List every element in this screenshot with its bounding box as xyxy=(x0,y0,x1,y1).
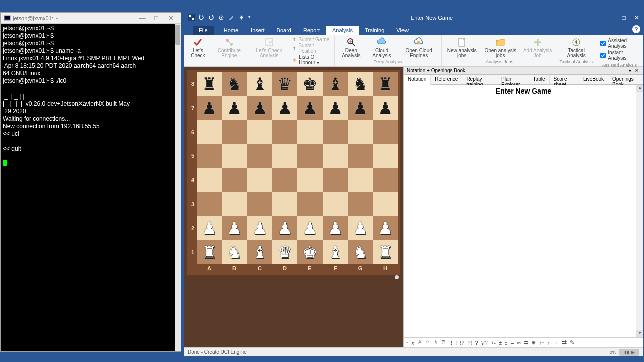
pane-tab-reference[interactable]: Reference xyxy=(431,75,462,84)
square[interactable]: ♟ xyxy=(222,216,247,240)
square[interactable] xyxy=(348,168,373,192)
pane-tab-plan-explorer[interactable]: Plan Explorer xyxy=(497,75,529,84)
square[interactable] xyxy=(247,120,272,144)
terminal-titlebar[interactable]: jetson@jxvnx01: ~ — □ ✕ xyxy=(1,13,181,24)
annotation-glyph[interactable]: +- xyxy=(491,340,496,346)
square[interactable]: ♞ xyxy=(348,240,373,264)
brush-icon[interactable] xyxy=(228,14,235,21)
annotation-glyph[interactable]: !! xyxy=(449,340,452,346)
submit-position-button[interactable]: ⬆Submit Position xyxy=(292,43,330,54)
annotation-glyph[interactable]: ?! xyxy=(467,340,472,346)
square[interactable]: ♟ xyxy=(197,96,222,120)
lists-of-honour-button[interactable]: ★Lists Of Honour ▾ xyxy=(292,54,330,65)
square[interactable] xyxy=(348,144,373,168)
tab-analysis[interactable]: Analysis xyxy=(326,26,359,35)
close-button[interactable]: ✕ xyxy=(630,12,643,24)
annotation-glyph[interactable]: x xyxy=(412,340,415,346)
square[interactable] xyxy=(297,120,323,144)
assisted-analysis-checkbox[interactable]: Assisted Analysis xyxy=(600,38,638,49)
maximize-button[interactable]: □ xyxy=(617,12,630,24)
annotation-glyph[interactable]: ✎ xyxy=(570,339,574,346)
square[interactable]: ♝ xyxy=(247,240,272,264)
pane-tab-livebook[interactable]: LiveBook xyxy=(579,75,608,84)
annotation-glyph[interactable]: ± xyxy=(499,340,502,346)
notation-scrollbar[interactable]: ▴ ▾ xyxy=(636,85,643,337)
undo-icon[interactable] xyxy=(198,14,205,21)
tab-insert[interactable]: Insert xyxy=(245,26,271,35)
engine-icon[interactable] xyxy=(218,14,225,21)
lets-check-analysis-button[interactable]: Let's Check Analysis xyxy=(249,36,289,59)
terminal-scrollbar[interactable] xyxy=(175,24,181,351)
cloud-analysis-button[interactable]: Cloud Analysis xyxy=(367,36,397,59)
square[interactable]: ♜ xyxy=(197,72,222,96)
square[interactable]: ♟ xyxy=(272,96,297,120)
qat-dropdown-icon[interactable]: ▾ xyxy=(248,14,255,21)
square[interactable] xyxy=(373,168,398,192)
lets-check-button[interactable]: Let's Check xyxy=(186,36,210,59)
square[interactable]: ♟ xyxy=(373,216,398,240)
open-analysis-jobs-button[interactable]: Open analysis jobs xyxy=(481,36,519,59)
annotation-glyph[interactable]: ? xyxy=(475,340,478,346)
square[interactable] xyxy=(373,144,398,168)
close-button[interactable]: ✕ xyxy=(164,14,178,22)
annotation-glyph[interactable]: ♗ xyxy=(433,339,438,346)
square[interactable]: ♛ xyxy=(272,240,297,264)
square[interactable]: ♜ xyxy=(373,72,398,96)
square[interactable]: ♚ xyxy=(297,240,323,264)
annotation-glyph[interactable]: ?? xyxy=(481,340,488,346)
contribute-engine-button[interactable]: Contribute Engine xyxy=(211,36,248,59)
help-icon[interactable]: ? xyxy=(632,25,640,33)
maximize-button[interactable]: □ xyxy=(149,14,164,22)
square[interactable] xyxy=(323,120,348,144)
square[interactable] xyxy=(222,192,247,216)
annotation-glyph[interactable]: ! xyxy=(455,340,457,346)
square[interactable] xyxy=(323,168,348,192)
square[interactable] xyxy=(222,168,247,192)
annotation-glyph[interactable]: ⇄ xyxy=(562,339,567,346)
tab-report[interactable]: Report xyxy=(297,26,326,35)
tab-view[interactable]: View xyxy=(390,26,415,35)
square[interactable] xyxy=(247,192,272,216)
square[interactable]: ♞ xyxy=(348,72,373,96)
pin-icon[interactable] xyxy=(238,14,245,21)
tab-training[interactable]: Training xyxy=(359,26,390,35)
square[interactable]: ♟ xyxy=(323,96,348,120)
new-analysis-jobs-button[interactable]: New analysis jobs xyxy=(444,36,480,59)
notation-body[interactable]: Enter New Game ▴ ▾ xyxy=(404,85,643,337)
square[interactable] xyxy=(323,192,348,216)
media-controls[interactable]: ▮▮▶ xyxy=(619,349,639,356)
annotation-glyph[interactable]: ⩲ xyxy=(505,340,508,346)
pane-menu-icon[interactable]: ▾ xyxy=(626,68,633,73)
square[interactable] xyxy=(323,144,348,168)
square[interactable]: ♜ xyxy=(197,240,222,264)
terminal-body[interactable]: jetson@jxvnx01:~$ jetson@jxvnx01:~$ jets… xyxy=(1,24,181,351)
pane-close-icon[interactable]: ✕ xyxy=(633,68,640,73)
square[interactable] xyxy=(373,192,398,216)
square[interactable]: ♝ xyxy=(323,72,348,96)
square[interactable]: ♝ xyxy=(247,72,272,96)
pane-tab-score-sheet[interactable]: Score sheet xyxy=(550,75,579,84)
annotation-glyph[interactable]: ↑ xyxy=(547,340,550,346)
annotation-glyph[interactable]: ⇆ xyxy=(524,339,528,346)
annotation-glyph[interactable]: = xyxy=(511,340,514,346)
tactical-analysis-button[interactable]: Tactical Analysis xyxy=(559,36,593,59)
square[interactable]: ♛ xyxy=(272,72,297,96)
deep-analysis-button[interactable]: Deep Analysis xyxy=(337,36,366,59)
square[interactable] xyxy=(197,192,222,216)
square[interactable] xyxy=(222,144,247,168)
square[interactable] xyxy=(297,144,323,168)
square[interactable]: ♟ xyxy=(373,96,398,120)
annotation-glyph[interactable]: ↑ xyxy=(406,340,409,346)
square[interactable] xyxy=(247,168,272,192)
square[interactable] xyxy=(348,192,373,216)
pane-tab-table[interactable]: Table xyxy=(529,75,550,84)
annotation-glyph[interactable]: ∞ xyxy=(517,340,521,346)
tab-board[interactable]: Board xyxy=(271,26,297,35)
square[interactable] xyxy=(297,168,323,192)
square[interactable] xyxy=(222,120,247,144)
open-cloud-engines-button[interactable]: Open Cloud Engines xyxy=(398,36,439,59)
pane-tab-openings-book[interactable]: Openings Book xyxy=(608,75,643,84)
square[interactable]: ♟ xyxy=(247,96,272,120)
square[interactable] xyxy=(197,144,222,168)
square[interactable]: ♝ xyxy=(323,240,348,264)
